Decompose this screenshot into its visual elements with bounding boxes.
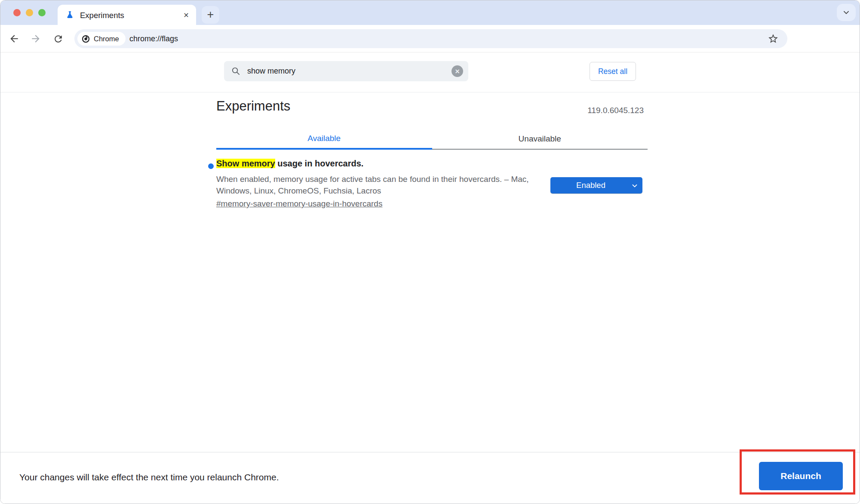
back-arrow-icon	[9, 33, 20, 44]
flags-search-input[interactable]	[247, 61, 428, 81]
site-chip-label: Chrome	[94, 35, 119, 43]
address-bar[interactable]: Chrome chrome://flags	[74, 29, 787, 48]
url-text[interactable]: chrome://flags	[129, 29, 178, 48]
tab-strip: Experiments ✕ +	[0, 0, 860, 25]
bookmark-star-icon[interactable]	[768, 33, 779, 44]
browser-tab-experiments[interactable]: Experiments ✕	[58, 5, 196, 25]
macos-minimize-button[interactable]	[26, 9, 33, 16]
clear-search-icon[interactable]: ✕	[452, 65, 463, 77]
browser-window: Experiments ✕ +	[0, 0, 860, 504]
tab-search-button[interactable]	[837, 4, 856, 21]
search-icon	[231, 66, 241, 76]
macos-close-button[interactable]	[13, 9, 21, 16]
flags-search-box[interactable]: ✕	[224, 61, 468, 81]
experiment-title: Show memory usage in hovercards.	[216, 159, 363, 169]
new-tab-button[interactable]: +	[202, 6, 219, 24]
experiment-permalink[interactable]: #memory-saver-memory-usage-in-hovercards	[216, 199, 382, 209]
back-button[interactable]	[8, 33, 20, 45]
flags-tabs: Available Unavailable	[216, 129, 648, 150]
chevron-down-icon	[842, 8, 851, 17]
tab-close-icon[interactable]: ✕	[181, 9, 192, 21]
experiment-description-line1: When enabled, memory usage for active ta…	[216, 173, 529, 185]
experiment-description-line2: Windows, Linux, ChromeOS, Fuchsia, Lacro…	[216, 185, 529, 197]
site-chip[interactable]: Chrome	[77, 32, 126, 46]
selected-option-label: Enabled	[550, 177, 631, 194]
reload-icon	[53, 34, 64, 44]
chevron-down-icon	[631, 182, 639, 190]
experiment-bullet-dot	[208, 163, 214, 169]
experiment-state-select[interactable]: Enabled	[550, 177, 642, 194]
chrome-logo-icon	[81, 34, 90, 43]
flask-favicon-icon	[65, 10, 74, 19]
flags-search-row: ✕ Reset all	[0, 52, 860, 92]
experiment-description: When enabled, memory usage for active ta…	[216, 173, 529, 197]
chrome-version: 119.0.6045.123	[587, 106, 644, 115]
search-highlight: Show memory	[216, 159, 275, 168]
reload-button[interactable]	[52, 33, 64, 45]
macos-zoom-button[interactable]	[38, 9, 46, 16]
tab-title: Experiments	[80, 11, 124, 20]
tab-available[interactable]: Available	[216, 129, 432, 150]
forward-button[interactable]	[30, 33, 42, 45]
reset-all-button[interactable]: Reset all	[590, 62, 636, 81]
page-title: Experiments	[216, 98, 290, 114]
restart-bar: Your changes will take effect the next t…	[0, 452, 860, 504]
experiment-title-rest: usage in hovercards.	[275, 159, 364, 168]
tab-unavailable[interactable]: Unavailable	[432, 129, 648, 150]
restart-message: Your changes will take effect the next t…	[19, 472, 279, 482]
forward-arrow-icon	[30, 33, 41, 44]
browser-toolbar: Chrome chrome://flags ⋮	[0, 25, 860, 52]
annotation-red-box	[740, 449, 855, 495]
